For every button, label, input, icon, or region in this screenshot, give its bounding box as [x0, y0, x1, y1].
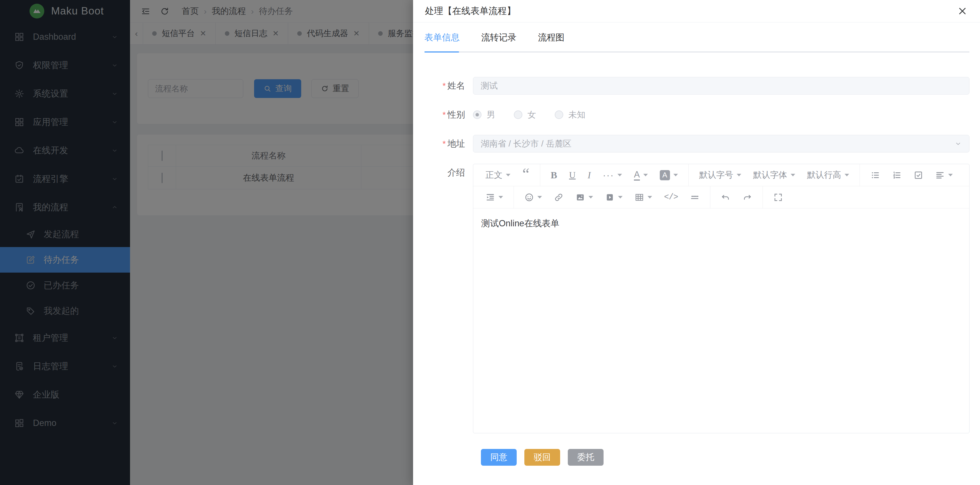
code-block-icon[interactable]: </> — [658, 186, 684, 208]
image-icon[interactable] — [570, 186, 599, 208]
align-icon[interactable] — [929, 164, 959, 186]
form-row-gender: *性别 男 女 未知 — [425, 106, 969, 124]
radio-icon — [555, 110, 563, 119]
form-row-address: *地址 湖南省 / 长沙市 / 岳麓区 — [425, 135, 969, 153]
close-icon[interactable] — [957, 6, 967, 16]
address-label: 地址 — [447, 138, 465, 148]
emoji-icon[interactable] — [519, 186, 548, 208]
redo-icon[interactable] — [737, 186, 758, 208]
delegate-button[interactable]: 委托 — [568, 449, 603, 466]
gender-radio-female[interactable]: 女 — [514, 109, 536, 121]
name-label: 姓名 — [447, 81, 465, 91]
tab-flow-records[interactable]: 流转记录 — [481, 32, 516, 43]
agree-button[interactable]: 同意 — [481, 449, 517, 466]
undo-icon[interactable] — [715, 186, 737, 208]
underline-icon[interactable]: U — [563, 164, 582, 186]
indent-icon[interactable] — [479, 186, 509, 208]
reject-button[interactable]: 驳回 — [524, 449, 560, 466]
blockquote-icon[interactable]: “ — [516, 164, 535, 186]
editor-toolbar-row1: 正文 “ B U I ··· A A 默认字号 默认字体 默 — [473, 164, 969, 186]
video-icon[interactable] — [599, 186, 628, 208]
tab-form-info[interactable]: 表单信息 — [425, 32, 460, 43]
caret-down-icon — [648, 196, 652, 199]
gender-radio-male[interactable]: 男 — [473, 109, 495, 121]
caret-down-icon — [791, 174, 795, 177]
required-asterisk: * — [442, 139, 446, 148]
bullet-list-icon[interactable] — [864, 164, 886, 186]
caret-down-icon — [618, 196, 622, 199]
ordered-list-icon[interactable] — [886, 164, 908, 186]
caret-down-icon — [538, 196, 542, 199]
form-row-name: *姓名 测试 — [425, 77, 969, 95]
toolbar-separator — [710, 186, 710, 208]
toolbar-separator — [762, 186, 763, 208]
more-styles-icon[interactable]: ··· — [597, 164, 628, 186]
caret-down-icon — [643, 174, 648, 177]
caret-down-icon — [498, 196, 503, 199]
editor-toolbar-row2: </> — [473, 186, 969, 208]
highlight-color-icon[interactable]: A — [654, 164, 684, 186]
chevron-down-icon — [955, 140, 962, 147]
horizontal-rule-icon[interactable] — [684, 186, 705, 208]
line-height-dropdown[interactable]: 默认行高 — [801, 164, 855, 186]
required-asterisk: * — [442, 110, 446, 119]
tabs-active-bar — [425, 51, 459, 52]
toolbar-separator — [540, 164, 540, 186]
font-color-icon[interactable]: A — [628, 164, 654, 186]
font-size-dropdown[interactable]: 默认字号 — [693, 164, 747, 186]
caret-down-icon — [617, 174, 622, 177]
drawer-tabs: 表单信息 流转记录 流程图 — [425, 22, 969, 52]
toolbar-separator — [514, 186, 514, 208]
editor-content[interactable]: 测试Online在线表单 — [473, 208, 969, 433]
tabs-track — [425, 51, 969, 52]
fullscreen-icon[interactable] — [767, 186, 789, 208]
caret-down-icon — [589, 196, 593, 199]
gender-radio-unknown[interactable]: 未知 — [555, 109, 585, 121]
font-family-dropdown[interactable]: 默认字体 — [747, 164, 801, 186]
table-icon[interactable] — [628, 186, 658, 208]
process-form: *姓名 测试 *性别 男 女 未知 *地址 — [425, 77, 969, 466]
modal-overlay[interactable] — [0, 0, 413, 485]
rich-text-editor: 正文 “ B U I ··· A A 默认字号 默认字体 默 — [473, 164, 969, 433]
radio-icon — [514, 110, 522, 119]
task-list-icon[interactable] — [908, 164, 929, 186]
form-row-intro: 介绍 正文 “ B U I ··· A A — [425, 164, 969, 433]
process-drawer: 处理【在线表单流程】 表单信息 流转记录 流程图 *姓名 测试 *性别 男 — [413, 0, 980, 485]
drawer-title: 处理【在线表单流程】 — [425, 5, 516, 17]
drawer-header: 处理【在线表单流程】 — [413, 0, 980, 22]
paragraph-style-dropdown[interactable]: 正文 — [479, 164, 516, 186]
radio-selected-icon — [473, 110, 482, 119]
drawer-actions: 同意 驳回 委托 — [481, 449, 969, 466]
caret-down-icon — [737, 174, 741, 177]
caret-down-icon — [845, 174, 849, 177]
gender-label: 性别 — [447, 110, 465, 119]
caret-down-icon — [506, 174, 511, 177]
drawer-body: 表单信息 流转记录 流程图 *姓名 测试 *性别 男 女 未知 — [413, 22, 980, 466]
gender-radio-group: 男 女 未知 — [473, 106, 969, 124]
address-select[interactable]: 湖南省 / 长沙市 / 岳麓区 — [473, 135, 969, 153]
intro-label: 介绍 — [447, 167, 465, 178]
bold-icon[interactable]: B — [545, 164, 563, 186]
italic-icon[interactable]: I — [582, 164, 597, 186]
link-icon[interactable] — [548, 186, 570, 208]
required-asterisk: * — [442, 81, 446, 90]
name-field[interactable]: 测试 — [473, 77, 969, 95]
caret-down-icon — [673, 174, 678, 177]
tab-flow-diagram[interactable]: 流程图 — [538, 32, 565, 43]
caret-down-icon — [948, 174, 953, 177]
